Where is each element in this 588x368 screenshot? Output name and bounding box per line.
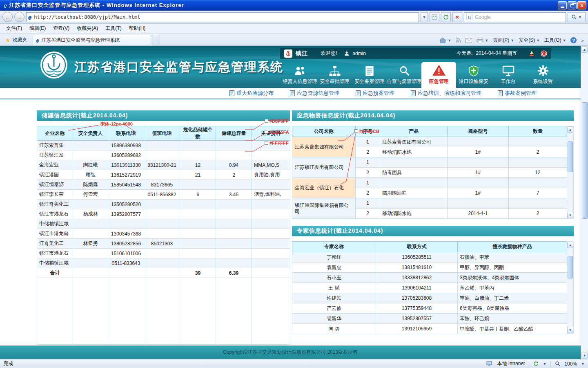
help-button[interactable]: ? <box>570 37 577 43</box>
divider <box>529 361 529 367</box>
nav-port-security[interactable]: 港口设施保安 <box>456 63 491 88</box>
menu-tools[interactable]: 工具(T) <box>102 23 125 34</box>
scroll-down-icon[interactable]: ▼ <box>567 212 573 218</box>
subnav-training-drills[interactable]: 应急培训、演练和演习管理 <box>411 90 481 97</box>
page-scrollbar[interactable]: ▲ ▼ <box>581 46 588 359</box>
table-cell: 重油、白腊油、丁二烯 <box>458 293 567 303</box>
table-cell: 2 <box>356 147 380 157</box>
table-cell <box>180 209 216 219</box>
experts-scrollbar[interactable]: ▲ ▼ <box>567 241 574 334</box>
scroll-up-icon[interactable]: ▲ <box>581 46 588 53</box>
scroll-thumb[interactable] <box>582 102 588 219</box>
ship-icon[interactable] <box>528 51 535 56</box>
table-cell <box>73 278 108 345</box>
restore-button[interactable] <box>568 1 577 9</box>
search-button[interactable]: ▼ <box>568 12 586 22</box>
table-cell: 83121300-21 <box>144 160 180 170</box>
scroll-down-icon[interactable]: ▼ <box>581 352 588 359</box>
subnav-plan-management[interactable]: 应急预案管理 <box>356 90 394 97</box>
nav-record[interactable]: 安全备案管理 <box>352 63 387 88</box>
subnav-case-management[interactable]: 事故案例管理 <box>498 90 537 97</box>
close-button[interactable]: × <box>577 1 586 9</box>
table-cell <box>144 268 180 278</box>
table-cell: 2 <box>356 188 380 198</box>
table-cell: 陶红曦 <box>73 160 108 170</box>
subnav-resource-info[interactable]: 应急资源信息管理 <box>290 90 339 97</box>
table-cell: MMA,MO,S <box>252 160 290 170</box>
print-button[interactable]: ▼ <box>477 38 488 43</box>
home-button[interactable]: ▼ <box>439 37 451 43</box>
table-cell: 石脑油、甲苯 <box>458 252 567 263</box>
tools-menu-button[interactable]: 工具(O) ▼ <box>544 37 566 44</box>
table-cell: 2 <box>356 168 380 178</box>
browser-tab[interactable]: e 江苏省港口安全监管与应急管理系统 <box>33 35 151 45</box>
address-dropdown-button[interactable]: ▼ <box>421 12 428 22</box>
table-cell <box>216 258 252 268</box>
annotation-font-note: 宋体-12px-#000 <box>100 121 133 127</box>
safety-menu-button[interactable]: 安全(S) ▼ <box>519 37 540 44</box>
nav-inspection[interactable]: 自查与督查管理 <box>387 63 421 88</box>
experts-table-row: 石小玉133388128623类易燃液体、4类易燃固体 <box>292 273 567 283</box>
scroll-thumb[interactable] <box>568 256 573 278</box>
scroll-up-icon[interactable]: ▲ <box>567 242 573 248</box>
refresh-button[interactable] <box>441 12 451 22</box>
compatibility-view-button[interactable] <box>430 12 439 22</box>
annotation-row-alt-color: #EEF5FA <box>265 130 289 135</box>
col-header: 产品 <box>380 126 448 137</box>
username: admin <box>352 51 366 56</box>
annotation-header-color: #D8F6FF <box>265 119 288 123</box>
nav-operators[interactable]: 经营人信息管理 <box>283 63 317 88</box>
new-tab-button[interactable] <box>152 35 160 45</box>
scroll-down-icon[interactable]: ▼ <box>567 327 573 333</box>
table-cell <box>216 141 252 150</box>
zoom-level[interactable]: 100% <box>564 361 577 367</box>
feeds-button[interactable] <box>456 38 461 43</box>
window-title-bar: e 江苏省港口安全监管与应急管理系统 - Windows Internet Ex… <box>0 0 588 11</box>
nav-workbench[interactable]: 工作台 <box>491 63 526 88</box>
supplies-scrollbar[interactable]: ▲ ▼ <box>567 126 574 219</box>
chevron-down-icon[interactable]: ▼ <box>543 362 546 366</box>
nav-settings[interactable]: 系统设置 <box>526 63 560 88</box>
logout-icon[interactable] <box>541 50 547 57</box>
favorites-button[interactable]: ★ 收藏夹 <box>2 34 31 45</box>
table-cell <box>108 190 144 200</box>
table-cell <box>144 209 180 219</box>
chevron-down-icon[interactable]: ▼ <box>581 362 585 366</box>
status-bar: 完成 本地 Intranet ▼ 100% ▼ <box>0 359 588 368</box>
refresh-icon <box>443 14 449 20</box>
main-nav: 经营人信息管理 安全审批管理 安全备案管理 自查与督查管理 应急管理 <box>283 62 560 88</box>
search-input[interactable]: G Google <box>464 12 566 22</box>
nav-approval[interactable]: 安全审批管理 <box>317 63 352 88</box>
table-cell: 1 <box>356 137 380 147</box>
menu-view[interactable]: 查看(V) <box>49 23 73 34</box>
subnav-hazard-distribution[interactable]: 重大危险源分布 <box>229 90 274 97</box>
compat-status-icon[interactable] <box>533 361 539 366</box>
minimize-button[interactable] <box>558 1 567 9</box>
experts-stats-panel: 专家信息统计(截止2014.04.04) 专家名称 联系方式 擅长救援物种产品 … <box>292 226 574 334</box>
overflow-chevron-icon[interactable]: » <box>581 38 584 43</box>
menu-bar: 文件(F) 编辑(E) 查看(V) 收藏夹(A) 工具(T) 帮助(H) <box>0 24 588 34</box>
table-cell <box>509 137 567 147</box>
scroll-thumb[interactable] <box>568 141 573 172</box>
menu-file[interactable]: 文件(F) <box>2 23 26 34</box>
table-cell: 85021303 <box>144 239 180 249</box>
back-icon: ← <box>5 14 11 20</box>
address-input[interactable]: e http://localhost:8080/yjpt/Main.html <box>26 12 419 22</box>
nav-label: 工作台 <box>501 78 516 85</box>
experts-table-row: 管新华13952807557苯胺、环己烷 <box>292 314 567 324</box>
menu-edit[interactable]: 编辑(E) <box>26 23 49 34</box>
mail-button[interactable] <box>466 38 472 43</box>
table-cell: 沥青,燃料油, <box>252 190 290 200</box>
table-cell <box>144 229 180 239</box>
page-menu-button[interactable]: 页面(P) ▼ <box>493 37 514 44</box>
menu-help[interactable]: 帮助(H) <box>125 23 149 34</box>
forward-button[interactable]: → <box>14 12 24 22</box>
menu-favorites[interactable]: 收藏夹(A) <box>73 23 102 34</box>
supplies-header-row: 公司名称 序号 产品 规格型号 数量 <box>292 126 567 137</box>
page-banner: 江苏省港口安全监管与应急管理系统 镇江 欢迎您! admin 今天是: 2014… <box>0 46 581 88</box>
scroll-up-icon[interactable]: ▲ <box>567 126 573 133</box>
back-button[interactable]: ← <box>2 12 13 22</box>
table-cell <box>180 278 216 345</box>
nav-emergency[interactable]: 应急管理 <box>421 62 456 88</box>
stop-button[interactable]: × <box>452 12 462 22</box>
